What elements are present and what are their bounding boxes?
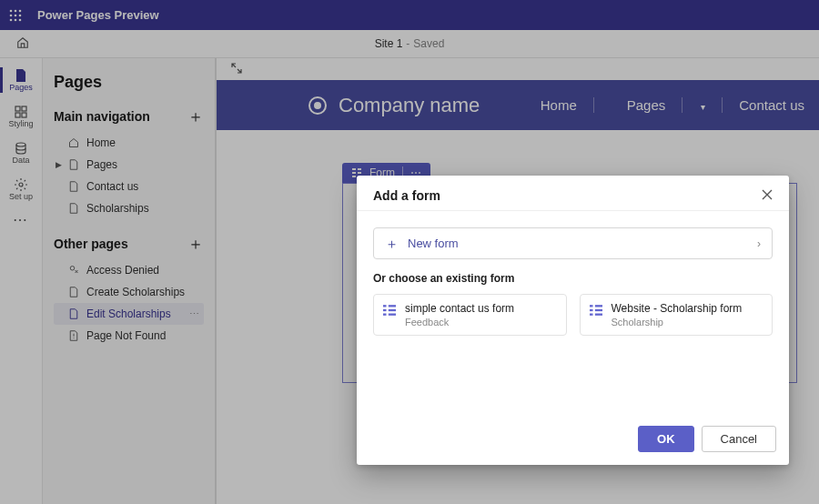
ok-button[interactable]: OK [638, 426, 694, 452]
svg-rect-27 [383, 314, 387, 316]
plus-icon: ＋ [385, 237, 399, 250]
svg-rect-31 [590, 309, 593, 311]
close-icon[interactable] [762, 188, 773, 203]
form-card-simple-contact[interactable]: simple contact us form Feedback [373, 294, 567, 336]
form-card-subtitle: Scholarship [612, 317, 743, 328]
svg-rect-30 [594, 305, 602, 307]
svg-rect-32 [594, 309, 602, 311]
form-card-scholarship[interactable]: Website - Scholarship form Scholarship [580, 294, 774, 336]
form-card-subtitle: Feedback [405, 317, 514, 328]
svg-rect-29 [590, 305, 593, 307]
or-label: Or choose an existing form [373, 272, 773, 285]
svg-rect-23 [383, 305, 387, 307]
cancel-button[interactable]: Cancel [702, 426, 776, 452]
form-card-title: Website - Scholarship form [612, 302, 743, 317]
chevron-right-icon: › [757, 237, 761, 250]
form-icon [590, 304, 602, 320]
svg-rect-34 [594, 314, 602, 316]
modal-title: Add a form [373, 188, 440, 203]
form-card-title: simple contact us form [405, 302, 514, 317]
new-form-button[interactable]: ＋ New form › [373, 227, 773, 259]
svg-rect-24 [389, 305, 396, 307]
svg-rect-28 [389, 314, 396, 316]
add-form-modal: Add a form ＋ New form › Or choose an exi… [357, 176, 789, 465]
new-form-label: New form [408, 237, 459, 250]
svg-rect-33 [590, 314, 593, 316]
svg-rect-26 [389, 309, 396, 311]
svg-rect-25 [383, 309, 387, 311]
form-icon [383, 304, 396, 320]
